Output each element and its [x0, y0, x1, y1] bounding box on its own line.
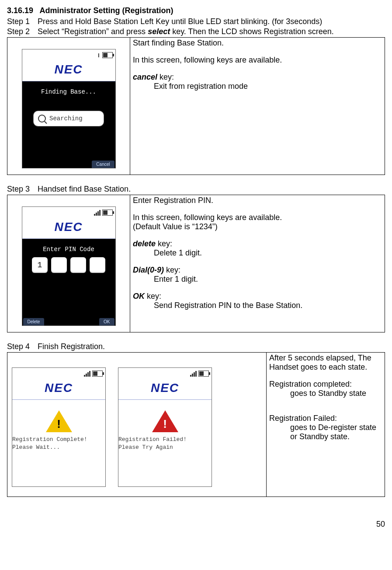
step-label: Step 1 [7, 17, 38, 26]
pin-digit-2[interactable] [51, 257, 67, 273]
panel-1-description: Start finding Base Station. In this scre… [130, 38, 385, 175]
dial-key-name: Dial(0-9) [133, 266, 164, 274]
cancel-key-name: cancel [133, 73, 157, 81]
phone-screenshot-cell: I NEC Finding Base... Searching Cancel [7, 38, 130, 175]
panel-2: NEC Enter PIN Code 1 Delete OK [7, 195, 385, 332]
reg-complete-text: Registration Complete! Please Wait... [12, 436, 105, 451]
status-bar [118, 368, 212, 379]
status-bar: I [22, 49, 115, 61]
phone-mock-failed: NEC ! Registration Failed! Please Try Ag… [118, 367, 212, 487]
step-4: Step 4 Finish Registration. [7, 342, 385, 351]
reg-failed-text: Registration Failed! Please Try Again [118, 436, 212, 451]
panel-3: NEC ! Registration Complete! Please Wait… [7, 352, 385, 497]
searching-text: Searching [49, 115, 83, 122]
search-icon [38, 115, 46, 122]
battery-icon [102, 52, 113, 58]
step-3: Step 3 Handset find Base Station. [7, 185, 385, 194]
brand-banner: NEC [118, 379, 212, 400]
section-title-text: Administrator Setting (Registration) [39, 6, 173, 15]
battery-icon [102, 210, 113, 216]
softkey-delete[interactable]: Delete [23, 318, 45, 325]
select-key-emph: select [148, 27, 170, 36]
softkey-ok[interactable]: OK [99, 318, 114, 325]
error-icon: ! [152, 410, 178, 432]
phone-screenshot-cell: NEC ! Registration Complete! Please Wait… [7, 353, 267, 497]
phone-mock-pin: NEC Enter PIN Code 1 Delete OK [22, 206, 116, 326]
brand-banner: NEC [22, 218, 115, 239]
panel-1: I NEC Finding Base... Searching Cancel [7, 37, 385, 175]
battery-icon [92, 371, 103, 377]
brand-banner: NEC [12, 379, 105, 400]
searching-popup: Searching [34, 111, 104, 126]
step-2: Step 2 Select “Registration” and press s… [7, 27, 385, 36]
delete-key-name: delete [133, 239, 156, 248]
page-number: 50 [7, 520, 385, 529]
step-text: Press and Hold Base Station Left Key unt… [38, 17, 385, 26]
no-signal-icon: I [98, 52, 100, 59]
section-number: 3.16.19 [7, 6, 33, 15]
pin-digit-4[interactable] [90, 257, 105, 273]
signal-icon [94, 210, 101, 216]
softkey-cancel[interactable]: Cancel [92, 161, 114, 168]
ok-key-name: OK [133, 292, 145, 301]
step-text: Finish Registration. [38, 342, 385, 351]
phone-mock-complete: NEC ! Registration Complete! Please Wait… [12, 367, 106, 487]
pin-input-row: 1 [22, 257, 115, 273]
finding-base-text: Finding Base... [22, 86, 115, 95]
signal-icon [84, 371, 90, 377]
enter-pin-label: Enter PIN Code [22, 243, 115, 253]
signal-icon [190, 371, 197, 377]
step-text: Select “Registration” and press select k… [38, 27, 385, 36]
step-label: Step 2 [7, 27, 38, 36]
warning-icon: ! [46, 410, 72, 432]
step-text: Handset find Base Station. [38, 185, 385, 194]
brand-banner: NEC [22, 61, 115, 81]
battery-icon [198, 371, 209, 377]
panel-3-description: After 5 seconds elapsed, The Handset goe… [267, 353, 385, 497]
pin-digit-3[interactable] [70, 257, 86, 273]
step-label: Step 4 [7, 342, 38, 351]
phone-mock-finding: I NEC Finding Base... Searching Cancel [22, 49, 116, 168]
step-label: Step 3 [7, 185, 38, 194]
phone-screenshot-cell: NEC Enter PIN Code 1 Delete OK [7, 195, 130, 332]
step-1: Step 1 Press and Hold Base Station Left … [7, 17, 385, 26]
status-bar [12, 368, 105, 379]
panel-2-description: Enter Registration PIN. In this screen, … [130, 195, 385, 332]
pin-digit-1[interactable]: 1 [32, 257, 48, 273]
section-heading: 3.16.19 Administrator Setting (Registrat… [7, 6, 385, 15]
status-bar [22, 207, 115, 218]
